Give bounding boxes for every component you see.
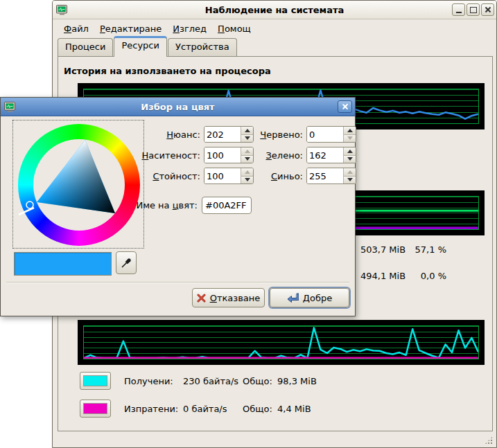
- sent-color-swatch: [83, 403, 107, 414]
- sent-rate: 0 байта/s: [183, 404, 243, 414]
- tab-devices[interactable]: Устройства: [168, 38, 237, 57]
- tab-processes[interactable]: Процеси: [58, 38, 113, 57]
- cancel-x-icon: [197, 294, 206, 303]
- received-total-label: Общо:: [243, 376, 277, 386]
- minimize-icon: [456, 6, 462, 13]
- red-label: Червено:: [236, 129, 303, 140]
- color-name-input[interactable]: [202, 197, 252, 214]
- network-sent-row: Изпратени: 0 байта/s Общо: 4,4 MiB: [80, 400, 311, 418]
- window-controls: [452, 3, 494, 16]
- value-label: Стойност:: [132, 171, 200, 181]
- red-input[interactable]: [307, 127, 343, 142]
- hue-input[interactable]: [204, 127, 241, 142]
- menu-view[interactable]: Изглед: [167, 22, 212, 35]
- memory-used-value: 503,7 MiB: [360, 244, 406, 255]
- sent-total-label: Общо:: [243, 404, 277, 414]
- network-received-row: Получени: 230 байта/s Общо: 98,3 MiB: [80, 372, 317, 390]
- sent-total: 4,4 MiB: [277, 404, 311, 414]
- dialog-separator: [6, 282, 349, 283]
- dialog-titlebar[interactable]: Избор на цвят: [1, 98, 355, 116]
- eyedropper-button[interactable]: [116, 251, 137, 274]
- green-label: Зелено:: [236, 150, 303, 161]
- blue-row: Синьо:: [236, 168, 356, 184]
- cancel-button[interactable]: Отказване: [192, 288, 265, 307]
- hue-row: Нюанс:: [132, 126, 254, 143]
- hue-label: Нюанс:: [132, 129, 200, 140]
- main-titlebar[interactable]: Наблюдение на системата: [53, 1, 496, 19]
- received-color-swatch: [83, 375, 107, 386]
- eyedropper-icon: [121, 258, 132, 268]
- cancel-button-label: Отказване: [210, 293, 261, 303]
- window-title: Наблюдение на системата: [53, 5, 496, 15]
- resize-grip[interactable]: [485, 436, 493, 445]
- color-name-row: Име на цвят:: [1, 197, 252, 214]
- network-plot: [83, 325, 479, 359]
- blue-spinner[interactable]: [306, 168, 356, 184]
- blue-increment[interactable]: [344, 168, 356, 177]
- ok-button-label: Добре: [303, 293, 332, 303]
- minimize-button[interactable]: [452, 3, 465, 16]
- color-wheel-area[interactable]: [12, 120, 144, 249]
- saturation-label: Наситеност:: [132, 150, 200, 161]
- red-increment[interactable]: [344, 127, 356, 135]
- green-row: Зелено:: [236, 147, 356, 163]
- green-spinner[interactable]: [306, 147, 356, 163]
- saturation-value-triangle[interactable]: [13, 120, 143, 248]
- close-button[interactable]: [481, 3, 494, 16]
- saturation-row: Наситеност:: [132, 147, 254, 163]
- blue-label: Синьо:: [236, 171, 303, 181]
- selected-color-preview: [14, 252, 112, 276]
- sent-color-button[interactable]: [80, 400, 111, 418]
- swap-used-percent: 0,0 %: [403, 271, 446, 281]
- red-decrement[interactable]: [344, 135, 356, 143]
- dialog-title: Избор на цвят: [1, 102, 355, 112]
- sent-label: Изпратени:: [124, 404, 183, 414]
- blue-input[interactable]: [307, 168, 343, 183]
- menu-file[interactable]: Файл: [58, 22, 94, 35]
- close-icon: [485, 6, 491, 13]
- menu-edit[interactable]: Редактиране: [94, 22, 167, 35]
- menu-help[interactable]: Помощ: [212, 22, 256, 35]
- received-rate: 230 байта/s: [183, 376, 243, 386]
- blue-decrement[interactable]: [344, 177, 356, 184]
- received-total: 98,3 MiB: [277, 376, 317, 386]
- red-spinner[interactable]: [306, 126, 356, 143]
- swap-used-value: 494,1 MiB: [360, 271, 406, 281]
- desktop: { "main_window": { "title": "Наблюдение …: [0, 0, 497, 448]
- maximize-icon: [470, 7, 477, 13]
- green-input[interactable]: [307, 147, 343, 163]
- tab-bar: Процеси Ресурси Устройства: [58, 37, 238, 57]
- received-color-button[interactable]: [80, 372, 111, 390]
- ok-button[interactable]: Добре: [270, 288, 349, 307]
- value-input[interactable]: [204, 168, 241, 183]
- dialog-close-icon: [342, 103, 349, 110]
- ok-return-icon: [287, 293, 299, 303]
- dialog-close-button[interactable]: [338, 100, 352, 113]
- green-increment[interactable]: [344, 147, 356, 156]
- received-label: Получени:: [124, 376, 183, 386]
- network-history-chart: [78, 320, 485, 365]
- saturation-input[interactable]: [204, 147, 241, 163]
- tab-resources[interactable]: Ресурси: [114, 36, 167, 57]
- color-picker-dialog: Избор на цвят: [0, 97, 356, 316]
- red-row: Червено:: [236, 126, 356, 143]
- color-name-label: Име на цвят:: [1, 200, 198, 210]
- green-decrement[interactable]: [344, 156, 356, 163]
- statusbar: [53, 431, 496, 447]
- cpu-section-title: История на използването на процесора: [64, 66, 271, 76]
- maximize-button[interactable]: [467, 3, 480, 16]
- value-row: Стойност:: [132, 168, 254, 184]
- menubar: Файл Редактиране Изглед Помощ: [53, 19, 496, 37]
- memory-used-percent: 57,1 %: [403, 244, 446, 255]
